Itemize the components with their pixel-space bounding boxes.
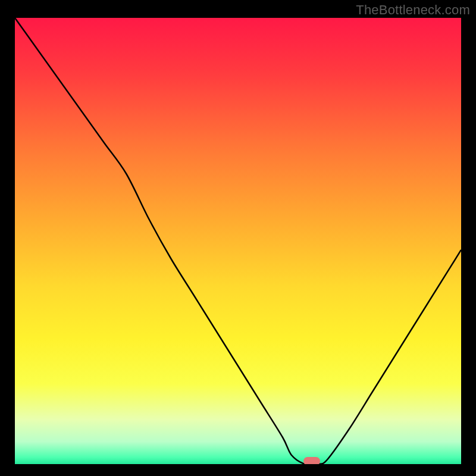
watermark-text: TheBottleneck.com	[356, 2, 470, 18]
optimum-marker	[303, 457, 320, 464]
plot-area	[15, 18, 461, 464]
bottleneck-curve	[15, 18, 461, 464]
curve-svg	[15, 18, 461, 464]
chart-container: TheBottleneck.com	[0, 0, 476, 476]
